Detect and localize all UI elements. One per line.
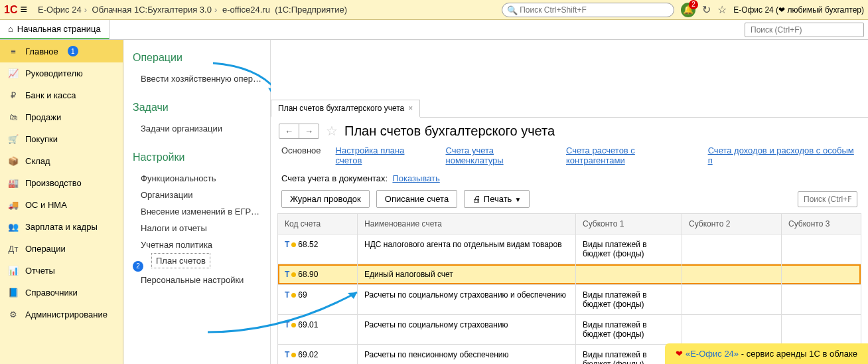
page-search-input[interactable] [745,23,864,37]
sidebar-item-purchases[interactable]: 🛒Покупки [0,128,123,150]
forward-button[interactable]: → [299,124,319,138]
bag-icon: 🛍 [8,112,19,122]
breadcrumb: Е-Офис 24› Облачная 1С:Бухгалтерия 3.0› … [38,5,347,15]
marker-1: 1 [68,46,78,56]
star-icon[interactable]: ☆ [717,3,727,16]
ruble-icon: ₽ [8,90,19,100]
truck-icon: 🚚 [8,200,19,210]
box-icon: 📦 [8,156,19,166]
table-search-input[interactable] [798,191,857,207]
topbar: 1C ≡ Е-Офис 24› Облачная 1С:Бухгалтерия … [0,0,868,20]
link-show[interactable]: Показывать [392,173,439,183]
link-income-expense[interactable]: Счета доходов и расходов с особым п [708,145,857,165]
sidebar-item-production[interactable]: 🏭Производство [0,172,123,194]
sidebar-item-bank[interactable]: ₽Банк и касса [0,84,123,106]
book-icon: 📘 [8,288,19,298]
logo: 1C [4,4,17,16]
close-icon[interactable]: × [408,104,413,113]
main-area: План счетов бухгалтерского учета × ← → ☆… [271,40,868,364]
footer-banner[interactable]: ❤ «Е-Офис 24» - сервис аренды 1С в облак… [665,343,868,364]
list-icon: ≡ [8,46,19,56]
chevron-down-icon: ▼ [514,196,521,203]
sidebar-item-operations[interactable]: ДтОперации [0,238,123,260]
link-egrul[interactable]: Внесение изменений в ЕГРЮЛ [133,203,265,220]
table-row[interactable]: T68.52НДС налогового агента по отдельным… [278,234,861,264]
chart-icon: 📈 [8,68,19,78]
tab-main[interactable]: Основное [281,145,321,165]
subline: Счета учета в документах: Показывать [271,171,868,190]
back-button[interactable]: ← [279,124,299,138]
t-icon: T [285,270,289,279]
table-row[interactable]: T69Расчеты по социальному страхованию и … [278,285,861,315]
table-row[interactable]: T69.01Расчеты по социальному страхованию… [278,315,861,345]
tabbar: План счетов бухгалтерского учета × [271,100,868,118]
sidebar-item-reports[interactable]: 📊Отчеты [0,260,123,282]
col-code[interactable]: Код счета [278,214,358,234]
print-button[interactable]: 🖨 Печать▼ [464,190,530,208]
link-chart-of-accounts[interactable]: План счетов [151,253,210,268]
desc-button[interactable]: Описание счета [376,190,457,208]
link-settings-plan[interactable]: Настройка плана счетов [336,145,431,165]
link-policy[interactable]: Учетная политика [133,236,265,253]
subpanel: Операции Ввести хозяйственную операцию З… [123,40,271,364]
sidebar-item-main[interactable]: ≡Главное1 [0,40,123,62]
t-icon: T [285,320,289,329]
nav-buttons: ← → [279,124,319,139]
operations-icon: Дт [8,244,19,254]
col-sub2[interactable]: Субконто 2 [682,214,782,234]
t-icon: T [285,240,289,249]
notification-bell[interactable]: 🔔 2 [681,3,695,17]
accounts-table: Код счета Наименование счета Субконто 1 … [277,213,861,364]
cart-icon: 🛒 [8,134,19,144]
sidebar-item-reference[interactable]: 📘Справочники [0,282,123,304]
link-personal[interactable]: Персональные настройки [133,272,265,288]
search-icon: 🔍 [507,5,518,15]
t-icon: T [285,350,289,359]
sidebar-item-salary[interactable]: 👥Зарплата и кадры [0,216,123,238]
link-orgs[interactable]: Организации [133,187,265,203]
printer-icon: 🖨 [472,194,481,204]
sidebar-item-warehouse[interactable]: 📦Склад [0,150,123,172]
sidebar-item-sales[interactable]: 🛍Продажи [0,106,123,128]
global-search-input[interactable] [502,3,674,17]
notification-count: 2 [689,0,698,9]
t-icon: T [285,290,289,300]
section-operations: Операции [133,52,265,64]
brand-label: Е-Офис 24 (❤ любимый бухгалтер) [733,5,864,15]
bars-icon: 📊 [8,266,19,276]
home-icon: ⌂ [8,24,13,34]
table-row[interactable]: T68.90Единый налоговый счет [278,264,861,285]
gear-icon: ⚙ [8,310,19,319]
sidebar-item-admin[interactable]: ⚙Администрирование [0,304,123,325]
history-icon[interactable]: ↻ [702,3,711,16]
section-settings: Настройки [133,151,265,163]
journal-button[interactable]: Журнал проводок [281,190,370,208]
home-button[interactable]: ⌂ Начальная страница [0,20,109,39]
sidebar: ≡Главное1 📈Руководителю ₽Банк и касса 🛍П… [0,40,123,364]
section-tasks: Задачи [133,102,265,114]
factory-icon: 🏭 [8,178,19,188]
page-title: План счетов бухгалтерского учета [344,124,555,139]
link-enter-op[interactable]: Ввести хозяйственную операцию [133,70,265,87]
heart-icon: ❤ [676,349,683,359]
favorite-star[interactable]: ☆ [326,123,338,139]
link-counterparties[interactable]: Счета расчетов с контрагентами [566,145,693,165]
sidebar-item-manager[interactable]: 📈Руководителю [0,62,123,84]
col-name[interactable]: Наименование счета [358,214,576,234]
link-nomenclature[interactable]: Счета учета номенклатуры [445,145,551,165]
col-sub3[interactable]: Субконто 3 [782,214,861,234]
col-sub1[interactable]: Субконто 1 [576,214,682,234]
hamburger-icon[interactable]: ≡ [20,3,27,17]
people-icon: 👥 [8,222,19,232]
sidebar-item-assets[interactable]: 🚚ОС и НМА [0,194,123,216]
marker-2: 2 [133,261,143,272]
links-bar: Основное Настройка плана счетов Счета уч… [271,144,868,171]
link-org-tasks[interactable]: Задачи организации [133,120,265,137]
link-taxes[interactable]: Налоги и отчеты [133,220,265,236]
link-functionality[interactable]: Функциональность [133,170,265,187]
tab-chart-accounts[interactable]: План счетов бухгалтерского учета × [271,100,420,118]
